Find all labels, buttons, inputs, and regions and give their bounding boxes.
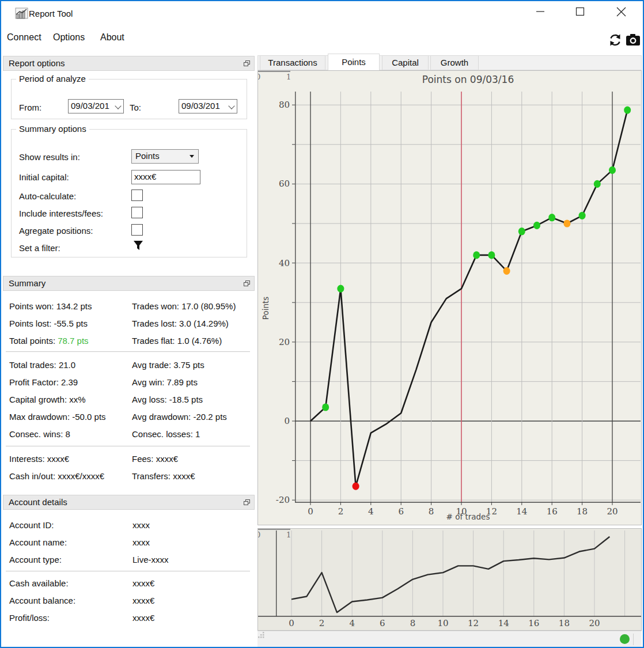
auto-calculate-checkbox[interactable] [131, 190, 143, 201]
account-details-title: Account details [9, 497, 67, 507]
report-tool-window: { "window": { "title": "Report Tool" }, … [0, 0, 644, 648]
win-marker [488, 251, 495, 259]
undock-icon[interactable] [244, 60, 250, 66]
undock-icon[interactable] [244, 499, 250, 505]
tab-points[interactable]: Points [328, 54, 380, 70]
to-label: To: [130, 103, 141, 112]
refresh-button[interactable] [608, 32, 623, 48]
chart-title: Points on 09/03/16 [295, 74, 641, 85]
summary-options-legend: Summary options [16, 124, 89, 134]
close-icon [616, 7, 626, 17]
status-separator [633, 634, 634, 645]
refresh-icon [608, 32, 623, 48]
profit-loss-label: Profit/loss: [9, 613, 50, 626]
account-name-label: Account name: [9, 537, 67, 550]
tick-label: 80 [279, 100, 290, 110]
include-interests-checkbox[interactable] [131, 207, 143, 218]
mini-ruler: 0 1 [258, 529, 290, 540]
maximize-button[interactable] [575, 7, 592, 22]
summary-trades-lost: Trades lost: 3.0 (14.29%) [132, 319, 229, 331]
summary-avg-win: Avg win: 7.89 pts [132, 377, 198, 390]
win-marker [579, 212, 586, 219]
close-button[interactable] [616, 7, 632, 22]
chevron-down-icon[interactable] [228, 103, 234, 109]
summary-trades-won: Trades won: 17.0 (80.95%) [132, 301, 236, 314]
tick-label: 60 [279, 179, 290, 189]
win-marker [548, 214, 555, 221]
cash-available-label: Cash available: [9, 578, 69, 591]
win-marker [337, 285, 344, 293]
tick-label: 20 [279, 337, 290, 347]
report-options-title: Report options [9, 58, 65, 68]
from-label: From: [19, 103, 41, 112]
overview-chart-canvas[interactable]: 02468101214161820 0 1 [257, 528, 642, 631]
tick-label: 6 [380, 618, 385, 628]
summary-capital-growth: Capital growth: xx% [9, 395, 86, 407]
tab-growth[interactable]: Growth [430, 55, 479, 70]
small-loss-marker [563, 219, 570, 227]
tick-label: 12 [468, 618, 479, 628]
menu-options[interactable]: Options [50, 30, 88, 45]
initial-capital-input[interactable]: xxxx€ [131, 170, 200, 184]
camera-icon [626, 33, 641, 46]
summary-divider-2 [6, 446, 250, 446]
filter-button[interactable] [133, 240, 143, 253]
set-filter-label: Set a filter: [19, 243, 60, 253]
y-axis-label: Points [261, 285, 270, 331]
dropdown-arrow-icon [190, 155, 194, 158]
summary-transfers: Transfers: xxxx€ [132, 471, 195, 484]
screenshot-button[interactable] [626, 33, 641, 46]
summary-max-drawdown: Max drawdown: -50.0 pts [9, 412, 106, 425]
win-marker [518, 228, 525, 235]
undock-icon[interactable] [244, 281, 250, 286]
account-id-value: xxxx [132, 520, 150, 533]
account-balance-value: xxxx€ [132, 596, 154, 608]
resize-grip[interactable] [257, 631, 265, 639]
to-date-combobox[interactable]: 09/03/201 [179, 99, 237, 113]
connection-status-dot [620, 634, 630, 644]
summary-avg-trade: Avg trade: 3.75 pts [132, 360, 204, 373]
account-id-label: Account ID: [9, 520, 54, 533]
minimize-icon [536, 7, 545, 16]
tick-label: 0 [289, 618, 294, 628]
menu-connect[interactable]: Connect [3, 30, 45, 45]
chevron-down-icon[interactable] [115, 103, 121, 109]
tick-label: 18 [559, 618, 570, 628]
win-marker [594, 180, 601, 188]
maximize-icon [575, 7, 585, 16]
points-chart-canvas[interactable]: -2002040608002468101214161820 0 1 Points… [257, 70, 642, 525]
minimize-button[interactable] [536, 7, 552, 22]
summary-header: Summary [3, 276, 255, 291]
mini-ruler: 0 1 [258, 71, 290, 82]
summary-cash-in-out: Cash in/out: xxxx€/xxxx€ [9, 471, 104, 484]
app-icon [15, 7, 29, 20]
summary-fees: Fees: xxxx€ [132, 454, 178, 467]
from-date-combobox[interactable]: 09/03/201 [68, 99, 124, 113]
auto-calculate-label: Auto-calculate: [19, 191, 76, 201]
tick-label: 8 [410, 618, 416, 628]
tick-label: 20 [589, 618, 600, 628]
summary-avg-loss: Avg loss: -18.5 pts [132, 395, 203, 407]
status-bar [257, 631, 642, 647]
tab-transactions[interactable]: Transactions [260, 55, 325, 70]
tab-capital[interactable]: Capital [382, 55, 429, 70]
summary-divider-1 [6, 351, 250, 352]
show-results-select[interactable]: Points [131, 149, 199, 164]
profit-loss-value: xxxx€ [132, 613, 154, 626]
x-axis-label: # of trades [295, 512, 641, 521]
tick-label: -20 [276, 495, 290, 505]
total-points-value: 78.7 pts [58, 336, 88, 346]
agregate-positions-checkbox[interactable] [131, 224, 143, 236]
points-curve [310, 110, 627, 486]
summary-consec-wins: Consec. wins: 8 [9, 429, 70, 442]
tick-label: 40 [279, 258, 290, 268]
tick-label: 4 [349, 618, 355, 628]
period-group-legend: Period of analyze [16, 74, 89, 84]
summary-title: Summary [9, 278, 46, 288]
menu-about[interactable]: About [97, 30, 128, 45]
agregate-positions-label: Agregate positions: [19, 226, 93, 236]
win-marker [609, 166, 616, 174]
window-title: Report Tool [29, 9, 73, 18]
initial-capital-label: Initial capital: [19, 172, 69, 182]
summary-points-lost: Points lost: -55.5 pts [9, 319, 88, 331]
